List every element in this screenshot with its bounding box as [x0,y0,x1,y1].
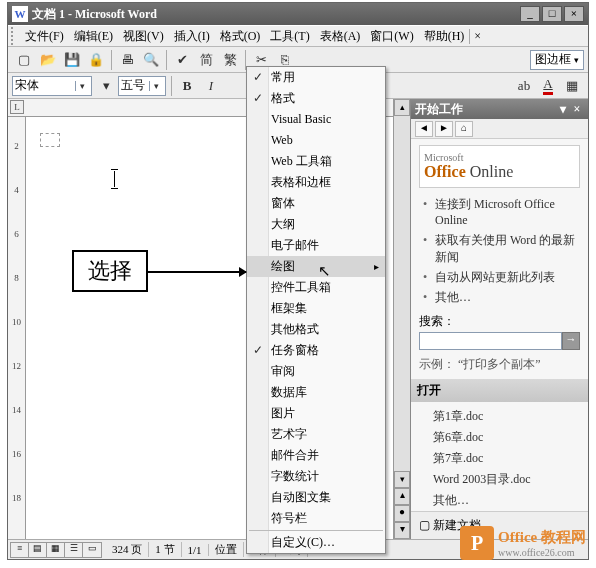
taskpane-links: 连接到 Microsoft Office Online 获取有关使用 Word … [419,194,580,307]
prev-page-button[interactable]: ▴ [394,488,410,505]
vertical-scrollbar[interactable]: ▴ ▾ ▴ ● ▾ [393,99,410,539]
toolbar-menu-item[interactable]: Visual Basic [247,109,385,130]
search-go-button[interactable]: → [562,332,580,350]
toolbar-menu-item[interactable]: 其他格式 [247,319,385,340]
toolbar-menu-item[interactable]: 电子邮件 [247,235,385,256]
taskpane-close-icon[interactable]: × [570,102,584,117]
toolbars-dropdown-menu: 常用格式Visual BasicWebWeb 工具箱表格和边框窗体大纲电子邮件绘… [246,66,386,554]
maximize-button[interactable]: □ [542,6,562,22]
outline-view-button[interactable]: ☰ [65,543,83,557]
font-color-icon[interactable]: A [537,75,559,97]
menu-insert[interactable]: 插入(I) [169,26,215,47]
menu-table[interactable]: 表格(A) [315,26,366,47]
print-view-button[interactable]: ▦ [47,543,65,557]
tp-link-news[interactable]: 获取有关使用 Word 的最新新闻 [423,230,580,266]
vertical-ruler[interactable]: 2 4 6 8 10 12 14 16 18 [8,117,26,539]
menu-item-label: Web [271,133,293,148]
toolbar-menu-item[interactable]: 审阅 [247,361,385,382]
menu-format[interactable]: 格式(O) [215,26,266,47]
browse-object-button[interactable]: ● [394,505,410,522]
taskpane-back-button[interactable]: ◄ [415,121,433,137]
callout-label: 选择 [72,250,148,292]
search-input[interactable] [419,332,562,350]
taskpane-home-button[interactable]: ⌂ [455,121,473,137]
bold-button[interactable]: B [176,75,198,97]
thesaurus-icon[interactable]: 繁 [219,49,241,71]
tab-selector[interactable]: L [10,100,24,114]
font-name-dropdown[interactable]: 宋体 ▾ [12,76,92,96]
menu-item-label: 其他格式 [271,321,319,338]
toolbar-menu-item[interactable]: 常用 [247,67,385,88]
customize-menu-item[interactable]: 自定义(C)… [247,532,385,553]
toolbar-menu-item[interactable]: Web 工具箱 [247,151,385,172]
toolbar-menu-item[interactable]: 格式 [247,88,385,109]
toolbar-menu-item[interactable]: 窗体 [247,193,385,214]
research-icon[interactable]: 简 [195,49,217,71]
menu-tools[interactable]: 工具(T) [265,26,314,47]
toolbar-menu-item[interactable]: 艺术字 [247,424,385,445]
font-size-dropdown[interactable]: 五号 ▾ [118,76,166,96]
menu-item-label: 绘图 [271,258,295,275]
font-name-dialog-icon[interactable]: ▾ [95,75,117,97]
save-icon[interactable]: 💾 [61,49,83,71]
normal-view-button[interactable]: ≡ [11,543,29,557]
highlight-icon[interactable]: ab [513,75,535,97]
tp-link-update[interactable]: 自动从网站更新此列表 [423,267,580,287]
toolbar-menu-item[interactable]: 数据库 [247,382,385,403]
toolbar-menu-item[interactable]: 绘图 [247,256,385,277]
fill-color-icon[interactable]: ▦ [561,75,583,97]
scroll-down-button[interactable]: ▾ [394,471,410,488]
toolbar-menu-item[interactable]: 图片 [247,403,385,424]
toolbar-grip[interactable] [11,27,17,45]
toolbar-menu-item[interactable]: 邮件合并 [247,445,385,466]
minimize-button[interactable]: _ [520,6,540,22]
taskpane-title-bar: 开始工作 ▾ × [411,99,588,119]
toolbar-menu-item[interactable]: 任务窗格 [247,340,385,361]
recent-files: 第1章.doc 第6章.doc 第7章.doc Word 2003目录.doc … [419,404,580,511]
scroll-up-button[interactable]: ▴ [394,99,410,116]
recent-file-more[interactable]: 其他… [433,490,580,511]
italic-button[interactable]: I [200,75,222,97]
menubar-close-icon[interactable]: × [469,29,485,44]
new-doc-icon[interactable]: ▢ [13,49,35,71]
taskpane-dropdown-icon[interactable]: ▾ [556,102,570,117]
ruler-mark: 10 [8,317,25,327]
toolbar-menu-item[interactable]: Web [247,130,385,151]
recent-file[interactable]: 第1章.doc [433,406,580,427]
watermark: P Office 教程网 www.office26.com [460,526,586,560]
print-icon[interactable]: 🖶 [116,49,138,71]
recent-file[interactable]: Word 2003目录.doc [433,469,580,490]
spellcheck-icon[interactable]: ✔ [171,49,193,71]
menu-file[interactable]: 文件(F) [20,26,69,47]
toolbar-menu-item[interactable]: 表格和边框 [247,172,385,193]
toolbar-menu-item[interactable]: 框架集 [247,298,385,319]
recent-file[interactable]: 第7章.doc [433,448,580,469]
menu-window[interactable]: 窗口(W) [365,26,418,47]
menu-item-label: 常用 [271,69,295,86]
tp-link-connect[interactable]: 连接到 Microsoft Office Online [423,194,580,230]
web-view-button[interactable]: ▤ [29,543,47,557]
toolbar-menu-item[interactable]: 字数统计 [247,466,385,487]
tp-link-more[interactable]: 其他… [423,287,580,307]
toolbar-menu-item[interactable]: 大纲 [247,214,385,235]
image-border-button[interactable]: 图边框 ▾ [530,50,584,70]
menu-edit[interactable]: 编辑(E) [69,26,118,47]
watermark-icon: P [460,526,494,560]
recent-file[interactable]: 第6章.doc [433,427,580,448]
text-cursor [114,171,115,187]
toolbar-menu-item[interactable]: 符号栏 [247,508,385,529]
permission-icon[interactable]: 🔒 [85,49,107,71]
toolbar-menu-item[interactable]: 控件工具箱 [247,277,385,298]
toolbar-menu-item[interactable]: 自动图文集 [247,487,385,508]
menu-view[interactable]: 视图(V) [118,26,169,47]
open-icon[interactable]: 📂 [37,49,59,71]
customize-label: 自定义(C)… [271,534,335,551]
menu-help[interactable]: 帮助(H) [419,26,470,47]
find-icon[interactable]: 🔍 [140,49,162,71]
ruler-mark: 14 [8,405,25,415]
reading-view-button[interactable]: ▭ [83,543,101,557]
taskpane-forward-button[interactable]: ► [435,121,453,137]
menu-item-label: 符号栏 [271,510,307,527]
next-page-button[interactable]: ▾ [394,522,410,539]
close-button[interactable]: × [564,6,584,22]
